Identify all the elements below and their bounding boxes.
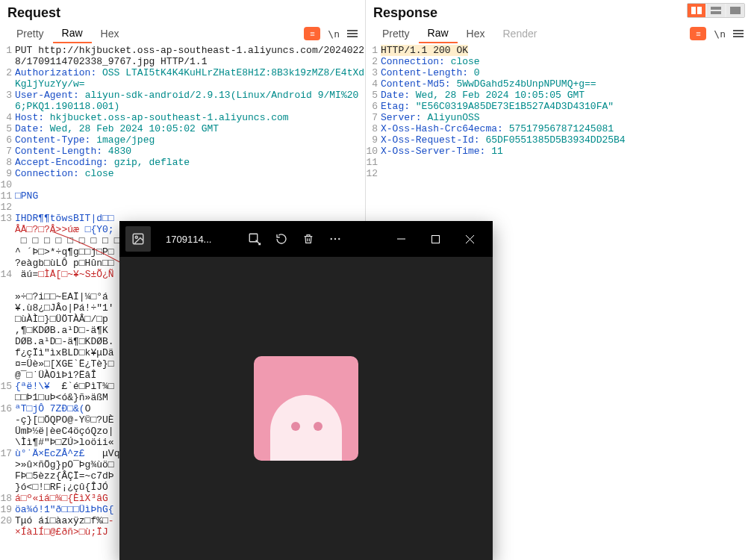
minimize-button[interactable] [384,227,418,251]
request-action-icon[interactable]: ≡ [304,27,320,40]
viewer-titlebar[interactable]: 1709114... [119,221,493,257]
close-button[interactable] [452,227,487,251]
request-header: Request [0,0,365,22]
tab-render-resp[interactable]: Render [494,25,546,43]
newline-toggle-icon[interactable]: \n [328,28,340,40]
svg-point-9 [334,238,336,240]
request-gutter: 1234567891011121314151617181920 [0,45,15,560]
request-menu-icon[interactable] [347,28,358,39]
edit-icon[interactable] [241,225,268,252]
request-title: Request [7,5,60,21]
tab-pretty[interactable]: Pretty [7,25,53,43]
tab-hex-resp[interactable]: Hex [458,25,494,43]
more-icon[interactable] [322,225,349,252]
svg-rect-4 [730,7,741,14]
response-tabs: Pretty Raw Hex Render ≡ \n [366,22,751,45]
svg-rect-12 [431,235,439,243]
newline-toggle-resp-icon[interactable]: \n [714,28,726,40]
response-menu-icon[interactable] [733,28,744,39]
tab-pretty-resp[interactable]: Pretty [373,25,419,43]
tab-raw-resp[interactable]: Raw [419,24,458,43]
view-single-icon[interactable] [726,4,744,17]
svg-rect-3 [711,11,721,14]
viewer-app-icon [125,226,151,252]
rotate-icon[interactable] [268,225,295,252]
delete-icon[interactable] [295,225,322,252]
svg-point-8 [331,238,332,240]
svg-point-10 [339,238,340,240]
viewer-body [119,257,493,560]
maximize-button[interactable] [418,227,452,251]
svg-point-6 [135,236,137,238]
svg-rect-1 [697,7,702,14]
viewer-image [254,356,358,461]
view-split-icon[interactable] [688,4,705,17]
response-title: Response [373,5,437,21]
viewer-title: 1709114... [166,234,211,245]
view-stack-icon[interactable] [707,4,725,17]
request-tabs: Pretty Raw Hex ≡ \n [0,22,365,45]
svg-rect-2 [711,7,721,10]
image-viewer-window[interactable]: 1709114... [119,221,493,560]
tab-raw[interactable]: Raw [53,24,92,43]
view-controls [687,3,745,18]
tab-hex[interactable]: Hex [92,25,128,43]
svg-rect-0 [691,7,696,14]
response-action-icon[interactable]: ≡ [690,27,706,40]
